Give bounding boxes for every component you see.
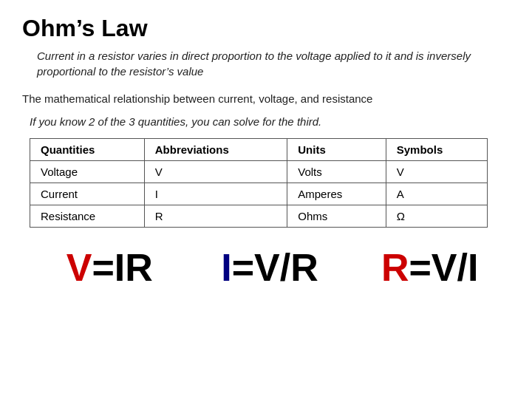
italic-note: If you know 2 of the 3 quantities, you c… xyxy=(30,115,510,128)
table-row: Voltage V Volts V xyxy=(30,161,488,183)
row1-unit: Volts xyxy=(287,161,386,183)
row1-symbol: V xyxy=(386,161,487,183)
voltage-formula: V=IR xyxy=(66,245,153,290)
table-row: Current I Amperes A xyxy=(30,183,488,205)
current-formula-block: I=V/R xyxy=(190,245,350,290)
current-formula: I=V/R xyxy=(221,245,318,290)
resistance-formula-block: R=V/I xyxy=(349,245,510,290)
row2-quantity: Current xyxy=(30,183,145,205)
col-header-symbols: Symbols xyxy=(386,139,487,161)
col-header-quantities: Quantities xyxy=(30,139,145,161)
col-header-abbreviations: Abbreviations xyxy=(144,139,287,161)
row2-unit: Amperes xyxy=(287,183,386,205)
page-title: Ohm’s Law xyxy=(22,15,510,42)
row3-abbreviation: R xyxy=(144,205,287,228)
subtitle-text: Current in a resistor varies in direct p… xyxy=(37,48,510,79)
voltage-formula-block: V=IR xyxy=(30,245,190,290)
row1-quantity: Voltage xyxy=(30,161,145,183)
row3-quantity: Resistance xyxy=(30,205,145,228)
description-text: The mathematical relationship between cu… xyxy=(22,91,510,106)
row3-symbol: Ω xyxy=(386,205,487,228)
resistance-formula: R=V/I xyxy=(381,245,479,290)
quantities-table: Quantities Abbreviations Units Symbols V… xyxy=(30,138,488,228)
row3-unit: Ohms xyxy=(287,205,386,228)
row2-abbreviation: I xyxy=(144,183,287,205)
table-row: Resistance R Ohms Ω xyxy=(30,205,488,228)
formulas-section: V=IR I=V/R R=V/I xyxy=(30,245,510,290)
row1-abbreviation: V xyxy=(144,161,287,183)
col-header-units: Units xyxy=(287,139,386,161)
row2-symbol: A xyxy=(386,183,487,205)
